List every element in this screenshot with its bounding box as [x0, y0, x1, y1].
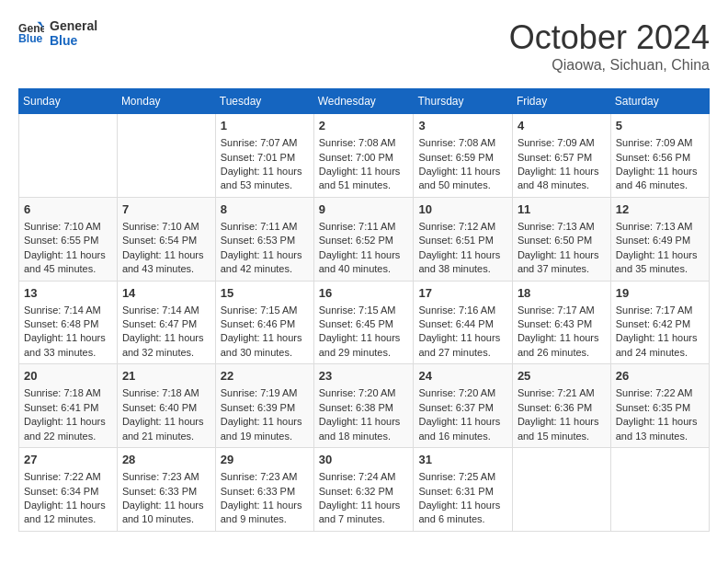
sunrise-text: Sunrise: 7:13 AM: [616, 220, 704, 234]
day-number: 5: [616, 118, 704, 134]
daylight-text: Daylight: 11 hours and 27 minutes.: [418, 331, 506, 360]
sunset-text: Sunset: 6:33 PM: [221, 485, 309, 499]
week-row-4: 20Sunrise: 7:18 AMSunset: 6:41 PMDayligh…: [19, 364, 710, 448]
weekday-header-saturday: Saturday: [610, 89, 709, 114]
weekday-header-monday: Monday: [117, 89, 215, 114]
sunset-text: Sunset: 6:57 PM: [518, 151, 606, 165]
sunrise-text: Sunrise: 7:10 AM: [24, 220, 112, 234]
week-row-2: 6Sunrise: 7:10 AMSunset: 6:55 PMDaylight…: [19, 197, 710, 281]
daylight-text: Daylight: 11 hours and 19 minutes.: [221, 415, 309, 443]
sunset-text: Sunset: 6:39 PM: [221, 401, 309, 415]
sunset-text: Sunset: 6:46 PM: [221, 317, 309, 331]
logo-text-line1: General: [50, 18, 97, 33]
daylight-text: Daylight: 11 hours and 42 minutes.: [221, 248, 309, 277]
day-number: 25: [518, 368, 606, 385]
day-number: 8: [221, 201, 309, 218]
sunset-text: Sunset: 6:31 PM: [418, 485, 506, 499]
week-row-5: 27Sunrise: 7:22 AMSunset: 6:34 PMDayligh…: [19, 448, 710, 532]
sunset-text: Sunset: 6:49 PM: [616, 234, 704, 247]
calendar-cell: 2Sunrise: 7:08 AMSunset: 7:00 PMDaylight…: [313, 114, 414, 198]
week-row-1: 1Sunrise: 7:07 AMSunset: 7:01 PMDaylight…: [19, 114, 710, 198]
day-number: 22: [221, 368, 309, 385]
calendar-cell: 24Sunrise: 7:20 AMSunset: 6:37 PMDayligh…: [414, 364, 512, 448]
sunrise-text: Sunrise: 7:11 AM: [319, 220, 409, 234]
sunrise-text: Sunrise: 7:11 AM: [221, 220, 309, 234]
daylight-text: Daylight: 11 hours and 10 minutes.: [122, 499, 210, 527]
calendar-cell: 26Sunrise: 7:22 AMSunset: 6:35 PMDayligh…: [610, 364, 709, 448]
sunrise-text: Sunrise: 7:20 AM: [418, 386, 506, 400]
daylight-text: Daylight: 11 hours and 7 minutes.: [319, 499, 409, 527]
sunset-text: Sunset: 6:51 PM: [418, 234, 506, 247]
weekday-header-tuesday: Tuesday: [215, 89, 313, 114]
week-row-3: 13Sunrise: 7:14 AMSunset: 6:48 PMDayligh…: [19, 281, 710, 364]
sunrise-text: Sunrise: 7:10 AM: [122, 220, 210, 234]
header-row: SundayMondayTuesdayWednesdayThursdayFrid…: [19, 89, 710, 114]
sunrise-text: Sunrise: 7:22 AM: [24, 470, 112, 484]
sunrise-text: Sunrise: 7:08 AM: [418, 136, 506, 150]
calendar-cell: 25Sunrise: 7:21 AMSunset: 6:36 PMDayligh…: [512, 364, 610, 448]
svg-text:Blue: Blue: [18, 32, 43, 45]
calendar-cell: 5Sunrise: 7:09 AMSunset: 6:56 PMDaylight…: [610, 114, 709, 198]
day-number: 14: [122, 285, 210, 302]
calendar-cell: 29Sunrise: 7:23 AMSunset: 6:33 PMDayligh…: [215, 448, 313, 532]
sunrise-text: Sunrise: 7:18 AM: [24, 386, 112, 400]
day-number: 12: [616, 201, 704, 218]
sunset-text: Sunset: 6:55 PM: [24, 234, 112, 247]
calendar-cell: 9Sunrise: 7:11 AMSunset: 6:52 PMDaylight…: [313, 197, 414, 281]
sunset-text: Sunset: 6:37 PM: [418, 401, 506, 415]
calendar-cell: 16Sunrise: 7:15 AMSunset: 6:45 PMDayligh…: [313, 281, 414, 364]
sunset-text: Sunset: 6:35 PM: [616, 401, 704, 415]
sunrise-text: Sunrise: 7:15 AM: [221, 304, 309, 317]
sunrise-text: Sunrise: 7:09 AM: [616, 136, 704, 150]
sunrise-text: Sunrise: 7:07 AM: [221, 136, 309, 150]
day-number: 13: [24, 285, 112, 302]
sunrise-text: Sunrise: 7:20 AM: [319, 386, 409, 400]
day-number: 1: [221, 118, 309, 134]
day-number: 15: [221, 285, 309, 302]
sunset-text: Sunset: 6:43 PM: [518, 317, 606, 331]
daylight-text: Daylight: 11 hours and 22 minutes.: [24, 415, 112, 443]
calendar-cell: 27Sunrise: 7:22 AMSunset: 6:34 PMDayligh…: [19, 448, 118, 532]
daylight-text: Daylight: 11 hours and 38 minutes.: [418, 248, 506, 277]
daylight-text: Daylight: 11 hours and 53 minutes.: [221, 165, 309, 193]
day-number: 19: [616, 285, 704, 302]
calendar-cell: 12Sunrise: 7:13 AMSunset: 6:49 PMDayligh…: [610, 197, 709, 281]
page-header: General Blue General Blue October 2024 Q…: [18, 18, 710, 74]
calendar-cell: [19, 114, 118, 198]
sunrise-text: Sunrise: 7:24 AM: [319, 470, 409, 484]
calendar-cell: 22Sunrise: 7:19 AMSunset: 6:39 PMDayligh…: [215, 364, 313, 448]
calendar-cell: 19Sunrise: 7:17 AMSunset: 6:42 PMDayligh…: [610, 281, 709, 364]
sunset-text: Sunset: 6:52 PM: [319, 234, 409, 247]
sunrise-text: Sunrise: 7:17 AM: [616, 304, 704, 317]
calendar-cell: 6Sunrise: 7:10 AMSunset: 6:55 PMDaylight…: [19, 197, 118, 281]
sunrise-text: Sunrise: 7:17 AM: [518, 304, 606, 317]
day-number: 3: [418, 118, 506, 134]
day-number: 31: [418, 452, 506, 468]
sunrise-text: Sunrise: 7:25 AM: [418, 470, 506, 484]
sunset-text: Sunset: 7:01 PM: [221, 151, 309, 165]
logo-text-line2: Blue: [50, 33, 97, 48]
calendar-cell: 3Sunrise: 7:08 AMSunset: 6:59 PMDaylight…: [414, 114, 512, 198]
daylight-text: Daylight: 11 hours and 26 minutes.: [518, 331, 606, 360]
sunrise-text: Sunrise: 7:18 AM: [122, 386, 210, 400]
day-number: 21: [122, 368, 210, 385]
weekday-header-wednesday: Wednesday: [313, 89, 414, 114]
calendar-cell: 18Sunrise: 7:17 AMSunset: 6:43 PMDayligh…: [512, 281, 610, 364]
day-number: 9: [319, 201, 409, 218]
calendar-cell: 7Sunrise: 7:10 AMSunset: 6:54 PMDaylight…: [117, 197, 215, 281]
sunset-text: Sunset: 6:50 PM: [518, 234, 606, 247]
calendar-cell: 8Sunrise: 7:11 AMSunset: 6:53 PMDaylight…: [215, 197, 313, 281]
daylight-text: Daylight: 11 hours and 32 minutes.: [122, 331, 210, 360]
daylight-text: Daylight: 11 hours and 50 minutes.: [418, 165, 506, 193]
sunset-text: Sunset: 6:45 PM: [319, 317, 409, 331]
day-number: 24: [418, 368, 506, 385]
calendar-cell: 11Sunrise: 7:13 AMSunset: 6:50 PMDayligh…: [512, 197, 610, 281]
day-number: 4: [518, 118, 606, 134]
calendar-cell: 10Sunrise: 7:12 AMSunset: 6:51 PMDayligh…: [414, 197, 512, 281]
day-number: 10: [418, 201, 506, 218]
weekday-header-friday: Friday: [512, 89, 610, 114]
sunrise-text: Sunrise: 7:23 AM: [122, 470, 210, 484]
sunset-text: Sunset: 6:42 PM: [616, 317, 704, 331]
location: Qiaowa, Sichuan, China: [509, 57, 710, 74]
sunset-text: Sunset: 6:36 PM: [518, 401, 606, 415]
